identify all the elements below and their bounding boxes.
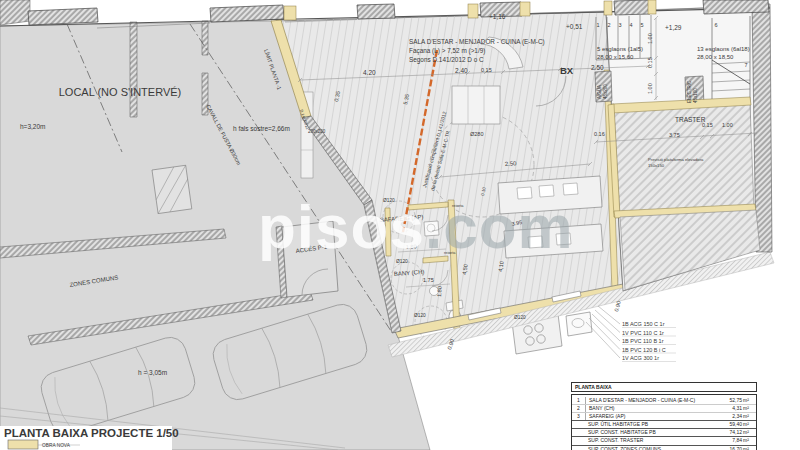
row-value: 2,34 — [716, 413, 742, 420]
note-plataforma-2: 150x150 — [648, 163, 665, 168]
note-200x200: 200x200 — [308, 129, 326, 134]
dim-015a: 0.15 — [481, 67, 492, 73]
note-h-fals: h fals sostre=2,66m — [233, 125, 290, 132]
label-electric-size: 45x100 — [693, 88, 698, 103]
label-aigua: AIGUA — [597, 85, 602, 99]
table-total-row: SUP. CONST. ZONES COMUNS 16,70 m² — [572, 445, 756, 450]
dim-100v2: 1.00 — [647, 83, 653, 94]
total-value: 7,84 — [716, 437, 742, 444]
step-1: 1 — [596, 22, 599, 28]
dim-015t: 0.15 — [702, 122, 713, 128]
legend-label: OBRA NOVA — [42, 443, 71, 448]
label-local: LOCAL (NO S'INTERVÉ) — [59, 86, 182, 98]
dim-250b: 2.50 — [505, 160, 518, 167]
step-4: 4 — [629, 22, 632, 28]
pipe-label-5: 1V ACG 300 1r — [622, 355, 659, 361]
total-name: SUP. CONST. HABITATGE PB — [572, 429, 716, 436]
step-7: 7 — [744, 62, 747, 68]
row-name: SALA D'ESTAR - MENJADOR - CUINA (E-M-C) — [586, 397, 716, 404]
total-name: SUP. CONST. ZONES COMUNS — [572, 446, 716, 450]
table-row: 3 SAFAREIG (AP) 2,34 m² — [572, 412, 756, 420]
level-116: +1,16 — [489, 13, 506, 20]
total-name: SUP. CONST. TRASTER — [572, 437, 716, 444]
watermark-com: .com — [425, 192, 574, 261]
total-name: SUP. ÚTIL HABITATGE PB — [572, 421, 716, 428]
table-total-row: SUP. ÚTIL HABITATGE PB 59,40 m² — [572, 420, 756, 428]
row-unit: m² — [742, 405, 756, 412]
stairs-5-line2: 28,00 x 15,60 — [597, 54, 634, 60]
level-129: +1,29 — [665, 24, 682, 31]
row-unit: m² — [742, 397, 756, 404]
row-num: 1 — [572, 397, 586, 404]
note-h-local: h=3,20m — [20, 123, 45, 130]
row-name: BANY (CH) — [586, 405, 716, 412]
areas-table-body: 1 SALA D'ESTAR - MENJADOR - CUINA (E-M-C… — [571, 394, 757, 450]
label-electric: ELECTRIC — [687, 80, 692, 103]
row-num: 2 — [572, 405, 586, 412]
local-stair — [152, 165, 192, 213]
dim-120d: Ø120 — [514, 315, 526, 320]
areas-table-header: PLANTA BAIXA — [571, 382, 757, 392]
dim-280: Ø280 — [470, 131, 483, 137]
table-row: 1 SALA D'ESTAR - MENJADOR - CUINA (E-M-C… — [572, 397, 756, 404]
table-total-row: SUP. CONST. HABITATGE PB 74,12 m² — [572, 428, 756, 436]
dim-250a: 2.50 — [591, 64, 604, 71]
total-value: 16,70 — [716, 446, 742, 450]
total-unit: m² — [742, 446, 756, 450]
total-value: 59,40 — [716, 421, 742, 428]
areas-table: PLANTA BAIXA 1 SALA D'ESTAR - MENJADOR -… — [571, 382, 757, 450]
total-unit: m² — [742, 421, 756, 428]
row-name: SAFAREIG (AP) — [586, 413, 716, 420]
step-5: 5 — [640, 22, 643, 28]
watermark-pisos: pisos — [258, 192, 425, 261]
dim-100v1: 1.00 — [647, 33, 653, 44]
dim-180b: 1.80 — [436, 286, 443, 297]
level-051: +0,51 — [566, 23, 583, 30]
step-2: 2 — [607, 22, 610, 28]
label-sala-2: Façana (L) > 7,52 m (>1/9) — [409, 47, 485, 55]
dim-420: 4.20 — [363, 69, 376, 76]
dim-015v: 0.15 — [647, 57, 653, 68]
pipe-label-1: 1B ACG 150 C 1r — [622, 321, 665, 327]
step-3: 3 — [618, 22, 621, 28]
pipe-label-2: 1V PVC 110 C 1r — [622, 330, 664, 336]
label-sala-3: Segons D.141/2012 D o C — [409, 56, 484, 64]
label-aigua-size: 45x200 — [603, 84, 608, 99]
dim-100t: 1.00 — [722, 122, 733, 128]
note-h-parking: h = 3,05m — [138, 369, 167, 376]
dim-090b: 0.90 — [613, 300, 622, 312]
table-total-row: SUP. CONST. TRASTER 7,84 m² — [572, 436, 756, 444]
step-6: 6 — [714, 22, 717, 28]
dim-175: 1.75 — [423, 277, 434, 283]
stairs-13-line2: 28,00 x 18,50 — [697, 54, 734, 60]
total-unit: m² — [742, 437, 756, 444]
row-value: 4,31 — [716, 405, 742, 412]
note-plataforma-1: Previsió plataforma elevadora — [648, 157, 704, 162]
row-value: 52,75 — [716, 397, 742, 404]
dim-375: 3.75 — [669, 132, 680, 138]
dim-240: 2.40 — [455, 67, 468, 74]
pipe-label-4: 1B PVC 120 B i C — [622, 347, 666, 353]
level-bx: BX — [560, 65, 574, 76]
dim-016: 0.16 — [594, 131, 605, 137]
row-unit: m² — [742, 413, 756, 420]
total-value: 74,12 — [716, 429, 742, 436]
label-sala-1: SALA D'ESTAR - MENJADOR - CUINA (E-M-C) — [409, 38, 545, 46]
dim-120c: Ø120 — [414, 313, 426, 318]
plan-title: PLANTA BAIXA PROJECTE 1/50 — [4, 427, 179, 439]
stairs-5-line1: 5 esglaons (1al5) — [597, 46, 643, 52]
table-row: 2 BANY (CH) 4,31 m² — [572, 404, 756, 412]
stairs-13-line1: 13 esglaons (6al18) — [697, 46, 750, 52]
watermark: pisos.com — [258, 192, 574, 261]
total-unit: m² — [742, 429, 756, 436]
row-num: 3 — [572, 413, 586, 420]
pipe-label-3: 1B PVC 110 B 1r — [622, 338, 664, 344]
